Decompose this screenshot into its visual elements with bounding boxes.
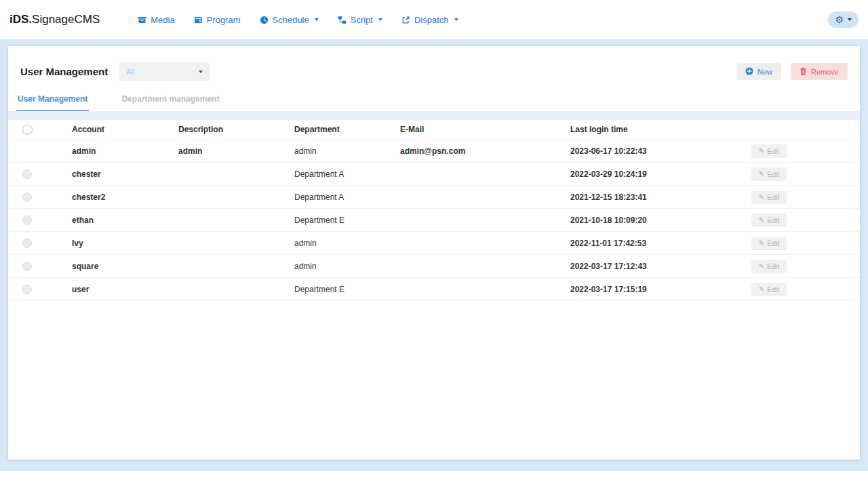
new-button[interactable]: New xyxy=(736,63,781,80)
tab-bar: User Management Department management xyxy=(8,90,860,111)
script-icon xyxy=(338,16,347,24)
column-header-last-login: Last login time xyxy=(570,125,745,134)
account-cell: square xyxy=(72,262,178,271)
edit-button[interactable]: ✎ Edit xyxy=(751,167,787,181)
table-header-row: Account Description Department E-Mail La… xyxy=(8,120,860,140)
chevron-down-icon xyxy=(454,18,458,21)
edit-button-label: Edit xyxy=(767,239,779,247)
nav-item-label: Dispatch xyxy=(414,15,449,25)
row-actions-cell: ✎ Edit xyxy=(745,237,860,250)
edit-button-label: Edit xyxy=(767,170,779,178)
row-actions-cell: ✎ Edit xyxy=(745,167,860,181)
last-login-cell: 2022-03-29 10:24:19 xyxy=(570,169,745,179)
table-row: chester2 Department A 2021-12-15 18:23:4… xyxy=(8,186,860,209)
row-actions-cell: ✎ Edit xyxy=(745,214,860,227)
tab-user-management[interactable]: User Management xyxy=(16,90,89,111)
column-header-email: E-Mail xyxy=(400,125,570,134)
dispatch-icon xyxy=(401,16,410,24)
media-icon xyxy=(138,16,146,24)
trash-icon xyxy=(800,67,807,77)
table-top-strip xyxy=(8,111,860,120)
edit-button-label: Edit xyxy=(767,147,779,155)
edit-button[interactable]: ✎ Edit xyxy=(751,214,787,227)
table-row: user Department E 2022-03-17 17:15:19 ✎ … xyxy=(8,278,860,301)
table-row: chester Department A 2022-03-29 10:24:19… xyxy=(8,163,860,186)
select-all-cell xyxy=(8,125,72,135)
row-select-cell xyxy=(8,262,72,271)
pencil-icon: ✎ xyxy=(759,194,764,201)
app-logo[interactable]: iDS.SignageCMS xyxy=(9,13,100,26)
row-select-cell xyxy=(8,169,72,179)
settings-menu-button[interactable]: ⚙ xyxy=(828,12,859,28)
account-cell: chester xyxy=(72,169,178,179)
department-cell: Department A xyxy=(294,192,400,202)
account-cell: user xyxy=(72,285,178,294)
row-radio[interactable] xyxy=(22,239,32,248)
nav-item-script[interactable]: Script xyxy=(338,15,382,25)
account-cell: admin xyxy=(72,146,178,156)
row-select-cell xyxy=(8,285,72,294)
nav-item-dispatch[interactable]: Dispatch xyxy=(401,15,458,25)
row-select-cell xyxy=(8,239,72,248)
row-radio[interactable] xyxy=(22,216,32,225)
row-radio[interactable] xyxy=(22,169,32,179)
edit-button-label: Edit xyxy=(767,285,779,293)
schedule-icon xyxy=(260,16,269,24)
row-select-cell xyxy=(8,216,72,225)
last-login-cell: 2021-10-18 10:09:20 xyxy=(570,216,745,225)
nav-item-schedule[interactable]: Schedule xyxy=(260,15,319,25)
program-icon xyxy=(194,16,203,24)
edit-button-label: Edit xyxy=(767,193,779,201)
remove-button[interactable]: Remove xyxy=(791,63,848,80)
top-navbar: iDS.SignageCMS Media Program Schedule Sc… xyxy=(0,0,868,39)
pencil-icon: ✎ xyxy=(759,263,764,270)
row-select-cell xyxy=(8,146,72,156)
department-filter-select[interactable]: All xyxy=(119,62,210,81)
department-cell: Department A xyxy=(294,169,400,179)
edit-button[interactable]: ✎ Edit xyxy=(751,237,787,250)
new-button-label: New xyxy=(757,68,772,76)
nav-item-label: Media xyxy=(151,15,174,25)
pencil-icon: ✎ xyxy=(759,148,764,155)
edit-button[interactable]: ✎ Edit xyxy=(751,283,787,296)
app-logo-rest: SignageCMS xyxy=(32,13,100,26)
pencil-icon: ✎ xyxy=(759,240,764,247)
table-row: ethan Department E 2021-10-18 10:09:20 ✎… xyxy=(8,209,860,232)
nav-item-media[interactable]: Media xyxy=(138,15,174,25)
tab-department-management[interactable]: Department management xyxy=(120,90,220,111)
table-row: Ivy admin 2022-11-01 17:42:53 ✎ Edit xyxy=(8,232,860,255)
select-all-radio[interactable] xyxy=(22,125,33,135)
remove-button-label: Remove xyxy=(811,68,839,76)
edit-button[interactable]: ✎ Edit xyxy=(751,260,787,273)
edit-button[interactable]: ✎ Edit xyxy=(751,144,787,158)
account-cell: Ivy xyxy=(72,239,178,248)
nav-item-label: Script xyxy=(351,15,373,25)
department-cell: Department E xyxy=(294,216,400,225)
chevron-down-icon xyxy=(199,70,203,73)
row-actions-cell: ✎ Edit xyxy=(745,190,860,204)
table-row: admin admin admin admin@psn.com 2023-06-… xyxy=(8,140,860,163)
nav-menu: Media Program Schedule Script Dispatch xyxy=(138,15,458,25)
chevron-down-icon xyxy=(848,18,852,21)
user-management-panel: User Management All New Remove User Mana… xyxy=(8,46,860,460)
row-radio[interactable] xyxy=(22,285,32,294)
last-login-cell: 2022-03-17 17:15:19 xyxy=(570,285,745,294)
row-radio[interactable] xyxy=(22,262,32,271)
gear-icon: ⚙ xyxy=(835,15,844,24)
content-area: User Management All New Remove User Mana… xyxy=(0,39,868,471)
row-actions-cell: ✎ Edit xyxy=(745,144,860,158)
nav-item-label: Program xyxy=(207,15,241,25)
table-body: admin admin admin admin@psn.com 2023-06-… xyxy=(8,140,860,301)
nav-item-program[interactable]: Program xyxy=(194,15,241,25)
department-cell: admin xyxy=(294,146,400,156)
header-actions: New Remove xyxy=(736,63,848,80)
chevron-down-icon xyxy=(315,18,319,21)
row-actions-cell: ✎ Edit xyxy=(745,260,860,273)
last-login-cell: 2023-06-17 10:22:43 xyxy=(570,146,745,156)
row-radio[interactable] xyxy=(22,192,32,202)
edit-button[interactable]: ✎ Edit xyxy=(751,190,787,204)
department-cell: Department E xyxy=(294,285,400,294)
column-header-department: Department xyxy=(294,125,400,134)
pencil-icon: ✎ xyxy=(759,286,764,293)
account-cell: ethan xyxy=(72,216,178,225)
